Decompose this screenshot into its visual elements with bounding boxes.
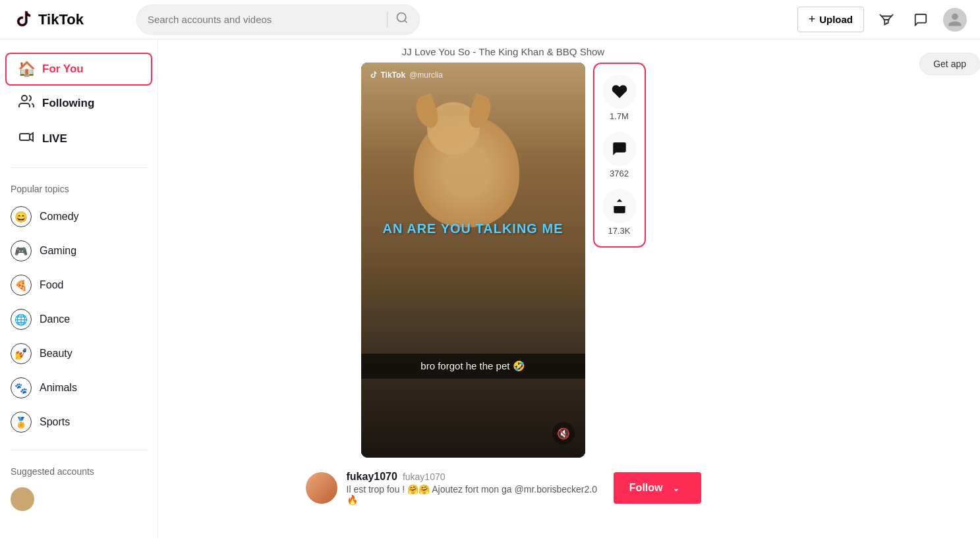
main-content: JJ Love You So - The King Khan & BBQ Sho… (158, 40, 848, 538)
filter-icon (879, 13, 894, 27)
svg-rect-2 (20, 134, 30, 140)
share-icon (611, 198, 628, 215)
suggested-avatar (11, 487, 34, 511)
sidebar-item-for-you-label: For You (42, 63, 84, 76)
gaming-icon: 🎮 (11, 240, 32, 261)
svg-point-0 (397, 13, 405, 22)
live-icon (17, 129, 36, 149)
like-count: 1.7M (610, 111, 629, 121)
header-right: + Upload (797, 7, 967, 32)
topic-gaming-label: Gaming (40, 245, 76, 257)
topic-sports-label: Sports (40, 416, 70, 428)
mute-button[interactable]: 🔇 (552, 422, 575, 444)
svg-point-1 (22, 95, 27, 101)
topic-item-gaming[interactable]: 🎮 Gaming (0, 234, 158, 268)
sidebar-item-live[interactable]: LIVE (5, 121, 152, 157)
share-count: 17.3K (608, 226, 631, 236)
beauty-icon: 💅 (11, 343, 32, 364)
topic-food-label: Food (40, 279, 63, 291)
comment-group: 3762 (602, 132, 637, 178)
filter-icon-button[interactable] (875, 8, 898, 32)
watermark-tiktok: TikTok (369, 70, 406, 80)
popular-topics-label: Popular topics (0, 178, 158, 200)
comment-count: 3762 (610, 169, 629, 178)
comedy-icon: 😄 (11, 206, 32, 227)
suggested-account[interactable] (0, 482, 158, 516)
follow-label: Follow (629, 482, 663, 494)
topic-animals-label: Animals (40, 382, 77, 394)
video-subtitle: bro forgot he the pet 🤣 (361, 354, 585, 379)
video-background: TikTok @murclia AN ARE YOU TALKING ME br… (361, 63, 585, 458)
like-button[interactable] (602, 74, 637, 109)
topic-item-sports[interactable]: 🏅 Sports (0, 405, 158, 439)
topic-item-animals[interactable]: 🐾 Animals (0, 371, 158, 405)
get-app-button[interactable]: Get app (919, 53, 980, 75)
poster-handle: fukay1070 (403, 471, 446, 482)
post-info: fukay1070 fukay1070 Il est trop fou ! 🤗🤗… (306, 471, 701, 505)
dance-icon: 🌐 (11, 309, 32, 330)
logo-text: TikTok (38, 11, 84, 28)
topic-comedy-label: Comedy (40, 211, 79, 223)
messages-icon (913, 13, 928, 27)
search-divider (387, 12, 388, 28)
sidebar-item-for-you[interactable]: 🏠 For You (5, 53, 152, 86)
header: TikTok + Upload (0, 0, 980, 40)
like-group: 1.7M (602, 74, 637, 121)
topic-beauty-label: Beauty (40, 348, 72, 360)
comment-icon (611, 140, 628, 157)
sports-icon: 🏅 (11, 412, 32, 433)
comment-button[interactable] (602, 132, 637, 166)
suggested-accounts-label: Suggested accounts (0, 461, 158, 482)
poster-name[interactable]: fukay1070 (347, 471, 397, 483)
food-icon: 🍕 (11, 275, 32, 296)
video-watermark: TikTok @murclia (369, 70, 443, 80)
topic-item-dance[interactable]: 🌐 Dance (0, 302, 158, 336)
sidebar-nav: 🏠 For You Following LIVE (0, 53, 158, 157)
sidebar-item-live-label: LIVE (42, 132, 67, 146)
topic-item-food[interactable]: 🍕 Food (0, 268, 158, 302)
get-app-label: Get app (933, 59, 966, 69)
share-group: 17.3K (602, 189, 637, 236)
video-username-overlay: @murclia (409, 70, 443, 80)
search-button[interactable] (395, 11, 409, 28)
sidebar-item-following[interactable]: Following (5, 86, 152, 121)
heart-icon (611, 83, 628, 100)
animals-icon: 🐾 (11, 377, 32, 398)
sidebar-divider (11, 167, 147, 168)
search-bar[interactable] (136, 5, 420, 35)
follow-button[interactable]: Follow (614, 472, 701, 504)
tiktok-logo-icon (13, 9, 34, 30)
poster-avatar[interactable] (306, 472, 337, 504)
poster-details: fukay1070 fukay1070 Il est trop fou ! 🤗🤗… (347, 471, 604, 505)
sidebar-divider-2 (11, 450, 147, 450)
share-button[interactable] (602, 189, 637, 223)
logo[interactable]: TikTok (13, 9, 84, 30)
search-input[interactable] (148, 14, 379, 25)
mute-icon: 🔇 (557, 427, 570, 440)
topic-item-comedy[interactable]: 😄 Comedy (0, 200, 158, 234)
song-title: JJ Love You So - The King Khan & BBQ Sho… (402, 46, 604, 57)
video-player[interactable]: TikTok @murclia AN ARE YOU TALKING ME br… (361, 63, 585, 458)
topic-dance-label: Dance (40, 313, 70, 325)
action-buttons-panel: 1.7M 3762 17.3K (593, 63, 646, 248)
plus-icon: + (809, 13, 816, 26)
poster-description: Il est trop fou ! 🤗🤗 Ajoutez fort mon ga… (347, 484, 604, 505)
follow-circle-icon (667, 479, 685, 497)
main-layout: 🏠 For You Following LIVE (0, 0, 980, 538)
video-text-overlay: AN ARE YOU TALKING ME (383, 221, 563, 236)
user-avatar[interactable] (943, 8, 967, 32)
sidebar: 🏠 For You Following LIVE (0, 40, 158, 538)
sidebar-item-following-label: Following (42, 97, 94, 110)
home-icon: 🏠 (17, 61, 36, 78)
search-icon (395, 11, 409, 24)
topic-item-beauty[interactable]: 💅 Beauty (0, 336, 158, 371)
avatar-icon (947, 12, 963, 28)
messages-icon-button[interactable] (909, 8, 933, 32)
following-icon (17, 94, 36, 113)
video-section: TikTok @murclia AN ARE YOU TALKING ME br… (361, 63, 646, 458)
right-area: Get app (848, 40, 980, 538)
upload-button[interactable]: + Upload (797, 7, 864, 32)
upload-label: Upload (819, 14, 853, 25)
watermark-text: TikTok (381, 70, 406, 80)
